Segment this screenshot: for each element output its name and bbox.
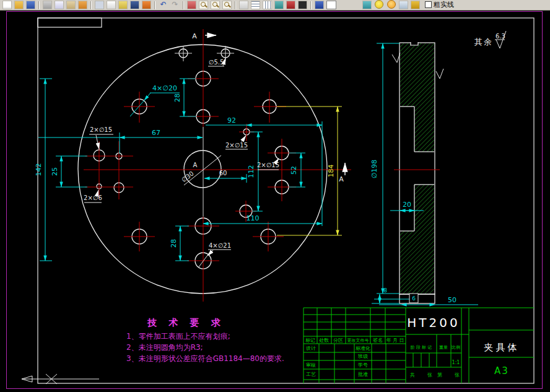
dim-25: 25 (51, 167, 59, 176)
callout-4x21: 4×∅21 (209, 242, 231, 249)
callout-2x6: 2×∅6 (84, 194, 102, 201)
dim-50: 50 (448, 296, 456, 304)
dim-28-bottom: 28 (170, 239, 178, 248)
tb-approve: 批准 (358, 372, 368, 377)
section-label-top: A (192, 32, 197, 40)
tb-change-file: 更改文件号 (347, 338, 369, 343)
tb-part-name: 夹具体 (484, 342, 520, 353)
tech-requirements-title: 技 术 要 求 (147, 317, 225, 329)
tb-scale: 比例 (452, 345, 460, 350)
title-block-labels: 标记 处数 分区 更改文件号 签名 年 月 日 设计 标准化 班级 审核 学号 … (305, 315, 520, 378)
tech-requirement-item: 3、未注明形状公差应符合GB1184—80的要求. (126, 353, 284, 364)
tb-scale-value: 1:1 (452, 360, 460, 365)
surface-note: 其余 6.3 (474, 31, 506, 48)
dim-52: 52 (290, 166, 298, 175)
tb-mark: 标记 (305, 338, 315, 343)
tb-class: 班级 (358, 354, 368, 359)
dimension-texts: 67 92 110 28 28 142 25 112 52 184 4×∅20 … (35, 59, 335, 249)
dim-30: ∅30 (180, 170, 195, 183)
front-view (78, 29, 351, 302)
tb-check: 审核 (306, 362, 316, 368)
dim-20: 20 (403, 201, 411, 209)
dim-92: 92 (227, 116, 236, 124)
dim-198: ∅198 (370, 160, 378, 179)
tb-process: 工艺 (306, 372, 316, 377)
tech-requirement-item: 1、零件加工表面上不应有划痕; (126, 331, 284, 342)
tb-design: 设计 (306, 346, 316, 351)
tb-sheet-no: 第 (437, 372, 442, 378)
dim-28-top: 28 (173, 94, 181, 102)
callout-2x15-mid: 2×∅15 (225, 142, 248, 149)
ucs-icon (22, 374, 99, 384)
section-hatch (400, 43, 434, 294)
section-view: ∅198 20 8 6 50 (370, 41, 478, 305)
callout-5-5: ∅5.5 (209, 59, 224, 66)
cad-application-window: ↶ ↷ 粗实线 (0, 0, 550, 392)
tb-paper-size: A3 (494, 365, 509, 377)
tb-count: 处数 (319, 338, 329, 343)
datum-label: A (193, 162, 198, 168)
tb-standard: 标准化 (356, 346, 370, 351)
callout-2x15-left: 2×∅15 (90, 126, 112, 133)
tech-requirements-list: 1、零件加工表面上不应有划痕; 2、未注明圆角均为R3; 3、未注明形状公差应符… (126, 331, 284, 364)
surface-note-text: 其余 (474, 37, 493, 46)
tb-weight: 重量 (439, 345, 448, 350)
tb-stage-mark: 阶 段 标 记 (411, 345, 432, 350)
callout-2x15-right: 2×∅15 (257, 162, 279, 168)
dim-112: 112 (247, 165, 255, 178)
dim-8: 8 (383, 287, 387, 294)
tb-date: 年 月 日 (386, 338, 404, 343)
dim-184: 184 (327, 165, 335, 178)
tb-sheet-unit2: 张 (455, 372, 460, 378)
dim-142: 142 (35, 163, 43, 176)
tb-sheet-total: 共 (410, 372, 415, 378)
section-label-right: A (339, 175, 344, 183)
callout-leaders (84, 58, 279, 267)
tb-material: HT200 (407, 315, 460, 330)
dim-60: 60 (219, 170, 227, 176)
title-block: 标记 处数 分区 更改文件号 签名 年 月 日 设计 标准化 班级 审核 学号 … (303, 308, 534, 383)
dim-6: 6 (412, 295, 416, 302)
dim-110: 110 (247, 214, 260, 222)
tb-sheet-unit1: 张 (427, 372, 432, 378)
dim-67: 67 (152, 129, 160, 137)
tb-number: 学号 (358, 362, 368, 368)
callout-4x20: 4×∅20 (152, 84, 177, 92)
tb-sign: 签名 (373, 338, 383, 343)
tech-requirement-item: 2、未注明圆角均为R3; (126, 342, 284, 353)
centerlines-red (84, 29, 351, 302)
section-notch (411, 41, 418, 45)
tb-zone: 分区 (333, 338, 343, 343)
